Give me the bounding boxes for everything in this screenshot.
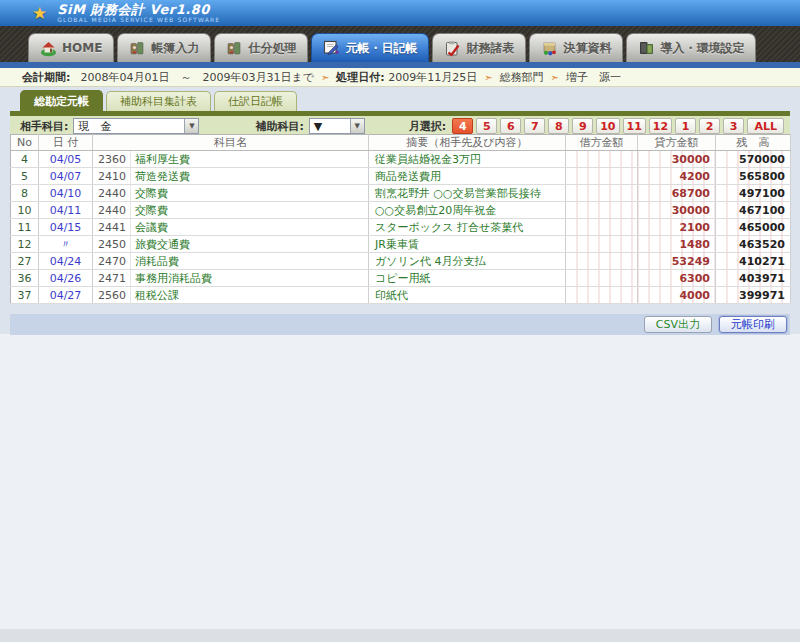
tab-HOME[interactable]: HOME [28,33,114,62]
sub-tabs: 総勘定元帳補助科目集計表仕訳日記帳 [20,90,297,111]
cell-credit: 4200 [638,168,716,185]
cell-code: 2471 [93,270,131,287]
cell-code: 2560 [93,287,131,304]
cell-summary: JR乗車賃 [369,236,566,253]
cell-debit [566,270,638,287]
tab-label: 元帳・日記帳 [345,40,417,57]
header-credit: 貸方金額 [638,135,716,151]
cell-no: 4 [11,151,39,168]
table-row[interactable]: 1004/112440交際費○○交易創立20周年祝金30000467100 [11,202,791,219]
cell-date[interactable]: 04/10 [39,185,93,202]
cell-date[interactable]: 04/07 [39,168,93,185]
tab-label: 導入・環境設定 [660,40,744,57]
partner-account-select[interactable]: 現 金 ▼ [73,118,199,134]
cell-balance: 465000 [716,219,791,236]
month-button-7[interactable]: 7 [524,118,545,134]
books-icon [226,40,243,57]
cell-code: 2441 [93,219,131,236]
nav-tabs: HOME帳簿入力仕分処理元帳・日記帳財務諸表決算資料導入・環境設定 [28,33,756,62]
cell-date[interactable]: 04/24 [39,253,93,270]
cell-balance: 570000 [716,151,791,168]
chevron-down-icon[interactable]: ▼ [184,119,198,133]
cell-code: 2450 [93,236,131,253]
cell-credit: 6300 [638,270,716,287]
cell-debit [566,219,638,236]
table-row[interactable]: 3704/272560租税公課印紙代4000399971 [11,287,791,304]
month-button-5[interactable]: 5 [476,118,497,134]
month-button-4[interactable]: 4 [452,118,473,134]
cell-summary: 印紙代 [369,287,566,304]
cell-date[interactable]: 04/15 [39,219,93,236]
cell-account: 交際費 [131,185,369,202]
table-row[interactable]: 804/102440交際費割烹花野井 ○○交易営業部長接待68700497100 [11,185,791,202]
cell-balance: 410271 [716,253,791,270]
sub-account-select[interactable]: ▼ ▼ [309,118,365,134]
tab-決算資料[interactable]: 決算資料 [529,33,623,62]
cell-summary: 割烹花野井 ○○交易営業部長接待 [369,185,566,202]
cell-credit: 1480 [638,236,716,253]
cell-summary: コピー用紙 [369,270,566,287]
cell-debit [566,202,638,219]
cell-debit [566,151,638,168]
tab-label: 財務諸表 [466,40,514,57]
partner-account-label: 相手科目: [20,119,68,134]
table-row[interactable]: 504/072410荷造発送費商品発送費用4200565800 [11,168,791,185]
tab-仕分処理[interactable]: 仕分処理 [214,33,308,62]
ledger-rows: 404/052360福利厚生費従業員結婚祝金3万円30000570000504/… [11,151,791,304]
cell-balance: 399971 [716,287,791,304]
table-row[interactable]: 12〃2450旅費交通費JR乗車賃1480463520 [11,236,791,253]
month-button-12[interactable]: 12 [649,118,672,134]
separator-arrow-icon: ➣ [321,72,329,83]
settings-books-icon [638,40,655,57]
cell-date[interactable]: 04/26 [39,270,93,287]
table-row[interactable]: 2704/242470消耗品費ガソリン代 4月分支払53249410271 [11,253,791,270]
table-row[interactable]: 1104/152441会議費スターボックス 打合せ茶菓代2100465000 [11,219,791,236]
month-button-10[interactable]: 10 [596,118,619,134]
ledger-print-button[interactable]: 元帳印刷 [719,316,787,333]
month-button-ALL[interactable]: ALL [747,118,784,134]
cell-account: 事務用消耗品費 [131,270,369,287]
csv-export-button[interactable]: CSV出力 [644,316,712,333]
cell-balance: 463520 [716,236,791,253]
cell-credit: 30000 [638,202,716,219]
month-button-6[interactable]: 6 [500,118,521,134]
cell-credit: 4000 [638,287,716,304]
cell-date[interactable]: 04/11 [39,202,93,219]
cell-summary: 従業員結婚祝金3万円 [369,151,566,168]
month-button-1[interactable]: 1 [675,118,696,134]
cell-credit: 53249 [638,253,716,270]
month-button-2[interactable]: 2 [699,118,720,134]
tab-帳簿入力[interactable]: 帳簿入力 [117,33,211,62]
cell-no: 5 [11,168,39,185]
cell-no: 37 [11,287,39,304]
chevron-down-icon[interactable]: ▼ [350,119,364,133]
processing-date-value: 2009年11月25日 [388,70,477,85]
cell-balance: 565800 [716,168,791,185]
header-balance: 残 高 [716,135,791,151]
header-summary: 摘要（相手先及び内容） [369,135,566,151]
table-row[interactable]: 3604/262471事務用消耗品費コピー用紙6300403971 [11,270,791,287]
cell-credit: 2100 [638,219,716,236]
cell-no: 12 [11,236,39,253]
month-button-8[interactable]: 8 [548,118,569,134]
subtab-総勘定元帳[interactable]: 総勘定元帳 [20,90,103,111]
cell-date[interactable]: 〃 [39,236,93,253]
month-buttons: 456789101112123ALL [452,118,784,134]
table-row[interactable]: 404/052360福利厚生費従業員結婚祝金3万円30000570000 [11,151,791,168]
app-subtitle: GLOBAL MEDIA SERVICE WEB SOFTWARE [57,17,220,23]
tab-導入・環境設定[interactable]: 導入・環境設定 [626,33,756,62]
month-button-9[interactable]: 9 [572,118,593,134]
tab-財務諸表[interactable]: 財務諸表 [432,33,526,62]
cell-date[interactable]: 04/27 [39,287,93,304]
cell-summary: スターボックス 打合せ茶菓代 [369,219,566,236]
month-button-11[interactable]: 11 [623,118,646,134]
month-button-3[interactable]: 3 [723,118,744,134]
cell-no: 8 [11,185,39,202]
cell-summary: ガソリン代 4月分支払 [369,253,566,270]
cell-debit [566,253,638,270]
subtab-補助科目集計表[interactable]: 補助科目集計表 [106,91,211,111]
cell-date[interactable]: 04/05 [39,151,93,168]
cell-account: 交際費 [131,202,369,219]
subtab-仕訳日記帳[interactable]: 仕訳日記帳 [214,91,297,111]
tab-元帳・日記帳[interactable]: 元帳・日記帳 [311,33,429,62]
